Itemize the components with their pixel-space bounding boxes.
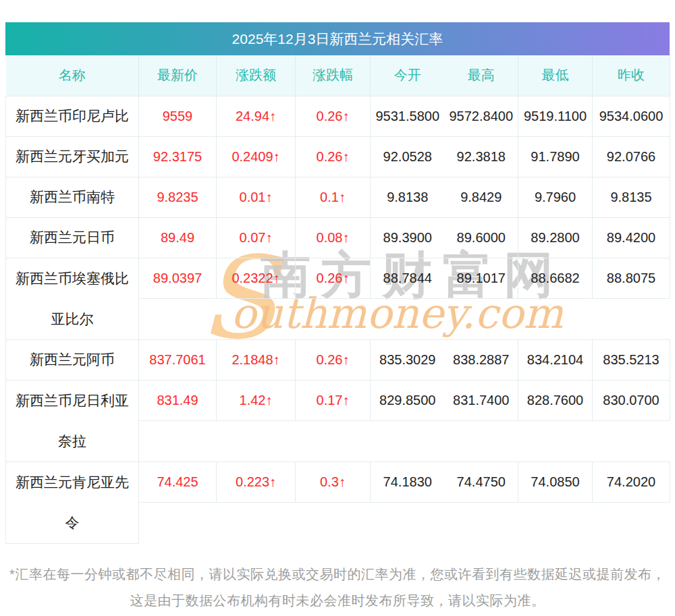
- prev-close: 88.8075: [593, 258, 670, 299]
- column-header-change-amount: 涨跌额: [217, 55, 296, 96]
- empty-cell: [217, 503, 296, 544]
- open-price: 74.1830: [371, 461, 445, 503]
- change-percent: 0.17↑: [296, 380, 371, 421]
- low-price: 834.2104: [518, 339, 593, 380]
- currency-pair-name-line1: 新西兰币埃塞俄比: [6, 258, 138, 299]
- low-price: 828.7600: [518, 380, 593, 421]
- open-price: 88.7844: [371, 258, 445, 299]
- latest-price: 74.425: [139, 461, 217, 503]
- empty-cell: [445, 299, 518, 340]
- high-price: 89.1017: [445, 258, 518, 299]
- column-header-latest-price: 最新价: [139, 55, 217, 96]
- open-price: 89.3900: [371, 217, 445, 258]
- prev-close: 9534.0600: [593, 96, 670, 136]
- change-percent: 0.08↑: [296, 217, 371, 258]
- empty-cell: [445, 503, 518, 544]
- low-price: 88.6682: [518, 258, 593, 299]
- latest-price: 837.7061: [139, 339, 217, 380]
- empty-cell: [445, 421, 518, 462]
- table-row: 新西兰元日币 89.49 0.07↑ 0.08↑ 89.3900 89.6000…: [6, 217, 670, 258]
- change-percent: 0.26↑: [296, 258, 371, 299]
- table-row: 新西兰币尼日利亚 奈拉 831.49 1.42↑ 0.17↑ 829.8500 …: [6, 380, 670, 421]
- change-amount: 0.07↑: [217, 217, 296, 258]
- table-row: 新西兰币印尼卢比 9559 24.94↑ 0.26↑ 9531.5800 957…: [6, 96, 670, 136]
- change-amount: 1.42↑: [217, 380, 296, 421]
- empty-cell: [593, 503, 670, 544]
- column-header-open: 今开: [371, 55, 445, 96]
- empty-cell: [593, 299, 670, 340]
- high-price: 74.4750: [445, 461, 518, 503]
- table-row: 新西兰元阿币 837.7061 2.1848↑ 0.26↑ 835.3029 8…: [6, 339, 670, 380]
- empty-cell: [371, 503, 445, 544]
- currency-pair-name: 新西兰元日币: [6, 217, 139, 258]
- change-amount: 24.94↑: [217, 96, 296, 136]
- currency-pair-name: 新西兰币埃塞俄比 亚比尔: [6, 258, 139, 339]
- change-amount: 2.1848↑: [217, 339, 296, 380]
- currency-pair-name: 新西兰元牙买加元: [6, 136, 139, 177]
- latest-price: 831.49: [139, 380, 217, 421]
- currency-pair-name-line2: 亚比尔: [6, 299, 138, 339]
- latest-price: 9.8235: [139, 177, 217, 217]
- change-percent: 0.1↑: [296, 177, 371, 217]
- change-amount: 0.2322↑: [217, 258, 296, 299]
- header-row: 名称 最新价 涨跌额 涨跌幅 今开 最高 最低 昨收: [6, 55, 670, 96]
- prev-close: 74.2020: [593, 461, 670, 503]
- empty-cell: [139, 503, 217, 544]
- empty-cell: [296, 421, 371, 462]
- open-price: 9531.5800: [371, 96, 445, 136]
- exchange-rates-table: 名称 最新价 涨跌额 涨跌幅 今开 最高 最低 昨收 新西兰币印尼卢比 9559…: [5, 55, 670, 544]
- empty-cell: [296, 503, 371, 544]
- prev-close: 9.8135: [593, 177, 670, 217]
- currency-pair-name-line1: 新西兰元肯尼亚先: [6, 462, 138, 503]
- change-amount: 0.01↑: [217, 177, 296, 217]
- latest-price: 89.0397: [139, 258, 217, 299]
- high-price: 831.7400: [445, 380, 518, 421]
- column-header-prev-close: 昨收: [593, 55, 670, 96]
- empty-cell: [371, 299, 445, 340]
- low-price: 9.7960: [518, 177, 593, 217]
- table-row: 新西兰币埃塞俄比 亚比尔 89.0397 0.2322↑ 0.26↑ 88.78…: [6, 258, 670, 299]
- empty-cell: [139, 299, 217, 340]
- open-price: 835.3029: [371, 339, 445, 380]
- empty-cell: [217, 299, 296, 340]
- currency-pair-name-line1: 新西兰币尼日利亚: [6, 381, 138, 421]
- column-header-low: 最低: [518, 55, 593, 96]
- currency-pair-name-line2: 奈拉: [6, 421, 138, 461]
- empty-cell: [217, 421, 296, 462]
- column-header-change-percent: 涨跌幅: [296, 55, 371, 96]
- latest-price: 9559: [139, 96, 217, 136]
- empty-cell: [593, 421, 670, 462]
- low-price: 74.0850: [518, 461, 593, 503]
- currency-pair-name: 新西兰元肯尼亚先 令: [6, 461, 139, 543]
- column-header-high: 最高: [445, 55, 518, 96]
- empty-cell: [518, 503, 593, 544]
- open-price: 92.0528: [371, 136, 445, 177]
- prev-close: 830.0700: [593, 380, 670, 421]
- latest-price: 89.49: [139, 217, 217, 258]
- prev-close: 835.5213: [593, 339, 670, 380]
- high-price: 9572.8400: [445, 96, 518, 136]
- table-title: 2025年12月3日新西兰元相关汇率: [5, 22, 670, 55]
- change-percent: 0.26↑: [296, 339, 371, 380]
- rates-table-container: 2025年12月3日新西兰元相关汇率 名称 最新价 涨跌额 涨跌幅 今开 最高 …: [5, 22, 670, 614]
- empty-cell: [371, 421, 445, 462]
- change-amount: 0.223↑: [217, 461, 296, 503]
- table-row: 新西兰币南特 9.8235 0.01↑ 0.1↑ 9.8138 9.8429 9…: [6, 177, 670, 217]
- low-price: 9519.1100: [518, 96, 593, 136]
- currency-pair-name: 新西兰币印尼卢比: [6, 96, 139, 136]
- empty-cell: [296, 299, 371, 340]
- low-price: 89.2800: [518, 217, 593, 258]
- low-price: 91.7890: [518, 136, 593, 177]
- change-amount: 0.2409↑: [217, 136, 296, 177]
- disclaimer-text: *汇率在每一分钟或都不尽相同，请以实际兑换或交易时的汇率为准，您或许看到有些数据…: [7, 561, 668, 614]
- high-price: 838.2887: [445, 339, 518, 380]
- prev-close: 92.0766: [593, 136, 670, 177]
- empty-cell: [139, 421, 217, 462]
- high-price: 89.6000: [445, 217, 518, 258]
- change-percent: 0.26↑: [296, 96, 371, 136]
- table-row: 新西兰元肯尼亚先 令 74.425 0.223↑ 0.3↑ 74.1830 74…: [6, 461, 670, 503]
- high-price: 92.3818: [445, 136, 518, 177]
- currency-pair-name-line2: 令: [6, 503, 138, 543]
- prev-close: 89.4200: [593, 217, 670, 258]
- change-percent: 0.26↑: [296, 136, 371, 177]
